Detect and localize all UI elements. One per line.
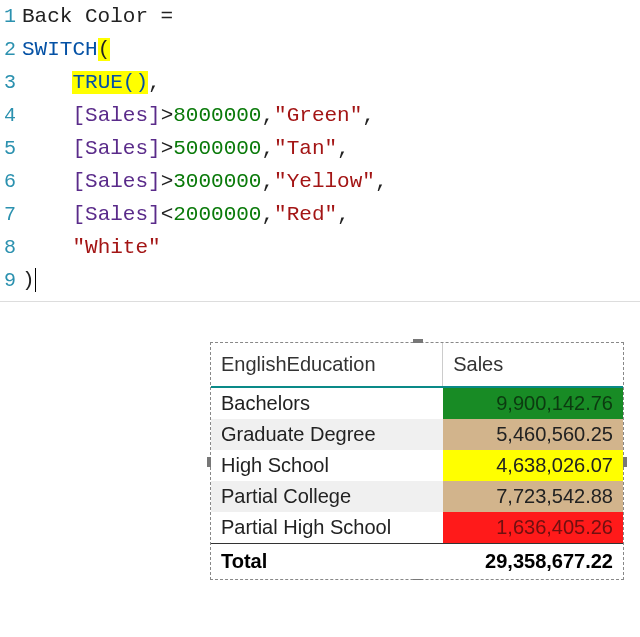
cell-education: Graduate Degree [211, 419, 443, 450]
cell-education: Partial High School [211, 512, 443, 544]
line-number: 6 [0, 165, 16, 198]
column-header-sales[interactable]: Sales [443, 343, 623, 387]
token: SWITCH [22, 38, 98, 61]
code-line[interactable]: 6 [Sales]>3000000,"Yellow", [0, 165, 640, 198]
token: ) [22, 269, 35, 292]
token: > [161, 104, 174, 127]
line-number: 1 [0, 0, 16, 33]
token: [Sales] [72, 137, 160, 160]
cell-education: Bachelors [211, 387, 443, 419]
token: , [261, 137, 274, 160]
table-row[interactable]: Bachelors9,900,142.76 [211, 387, 623, 419]
line-number: 8 [0, 231, 16, 264]
formula-editor[interactable]: 1Back Color = 2SWITCH(3 TRUE(),4 [Sales]… [0, 0, 640, 302]
table-row[interactable]: Partial College7,723,542.88 [211, 481, 623, 512]
code-content[interactable]: SWITCH( [16, 33, 110, 66]
token: 2000000 [173, 203, 261, 226]
table-row[interactable]: High School4,638,026.07 [211, 450, 623, 481]
token: "Green" [274, 104, 362, 127]
result-table: EnglishEducation Sales Bachelors9,900,14… [211, 343, 623, 579]
column-header-education[interactable]: EnglishEducation [211, 343, 443, 387]
token: > [161, 137, 174, 160]
token: , [337, 203, 350, 226]
token: , [261, 104, 274, 127]
code-content[interactable]: [Sales]>3000000,"Yellow", [16, 165, 388, 198]
cell-sales: 9,900,142.76 [443, 387, 623, 419]
line-number: 4 [0, 99, 16, 132]
cell-sales: 5,460,560.25 [443, 419, 623, 450]
token: "Yellow" [274, 170, 375, 193]
token: "Red" [274, 203, 337, 226]
resize-handle-left[interactable] [207, 457, 211, 467]
code-line[interactable]: 8 "White" [0, 231, 640, 264]
token: , [337, 137, 350, 160]
token: 5000000 [173, 137, 261, 160]
token: > [161, 170, 174, 193]
token: [Sales] [72, 203, 160, 226]
token: 3000000 [173, 170, 261, 193]
line-number: 2 [0, 33, 16, 66]
code-content[interactable]: ) [16, 264, 36, 297]
code-line[interactable]: 2SWITCH( [0, 33, 640, 66]
visual-table-container[interactable]: EnglishEducation Sales Bachelors9,900,14… [210, 342, 624, 580]
token [22, 71, 72, 94]
resize-handle-bottom[interactable] [413, 579, 423, 580]
code-content[interactable]: [Sales]>5000000,"Tan", [16, 132, 350, 165]
token: TRUE() [72, 71, 148, 94]
code-line[interactable]: 5 [Sales]>5000000,"Tan", [0, 132, 640, 165]
token: Back Color = [22, 5, 186, 28]
token: [Sales] [72, 104, 160, 127]
code-content[interactable]: "White" [16, 231, 161, 264]
token [22, 170, 72, 193]
token [22, 137, 72, 160]
token: [Sales] [72, 170, 160, 193]
token: , [261, 170, 274, 193]
code-line[interactable]: 3 TRUE(), [0, 66, 640, 99]
line-number: 5 [0, 132, 16, 165]
token: , [362, 104, 375, 127]
token: ( [98, 38, 111, 61]
token: , [148, 71, 161, 94]
token: , [375, 170, 388, 193]
table-row[interactable]: Graduate Degree5,460,560.25 [211, 419, 623, 450]
token: "White" [72, 236, 160, 259]
line-number: 7 [0, 198, 16, 231]
cell-education: Partial College [211, 481, 443, 512]
code-line[interactable]: 7 [Sales]<2000000,"Red", [0, 198, 640, 231]
token [22, 236, 72, 259]
resize-handle-right[interactable] [623, 457, 627, 467]
code-content[interactable]: Back Color = [16, 0, 186, 33]
total-label: Total [211, 544, 443, 580]
token: 8000000 [173, 104, 261, 127]
resize-handle-top[interactable] [413, 339, 423, 343]
code-line[interactable]: 4 [Sales]>8000000,"Green", [0, 99, 640, 132]
code-line[interactable]: 1Back Color = [0, 0, 640, 33]
token [22, 203, 72, 226]
code-content[interactable]: [Sales]<2000000,"Red", [16, 198, 350, 231]
code-content[interactable]: [Sales]>8000000,"Green", [16, 99, 375, 132]
cell-sales: 1,636,405.26 [443, 512, 623, 544]
text-cursor [35, 268, 36, 292]
code-line[interactable]: 9) [0, 264, 640, 297]
token: "Tan" [274, 137, 337, 160]
cell-sales: 7,723,542.88 [443, 481, 623, 512]
code-content[interactable]: TRUE(), [16, 66, 161, 99]
table-row[interactable]: Partial High School1,636,405.26 [211, 512, 623, 544]
line-number: 3 [0, 66, 16, 99]
token: , [261, 203, 274, 226]
total-value: 29,358,677.22 [443, 544, 623, 580]
line-number: 9 [0, 264, 16, 297]
token [22, 104, 72, 127]
token: < [161, 203, 174, 226]
cell-sales: 4,638,026.07 [443, 450, 623, 481]
cell-education: High School [211, 450, 443, 481]
